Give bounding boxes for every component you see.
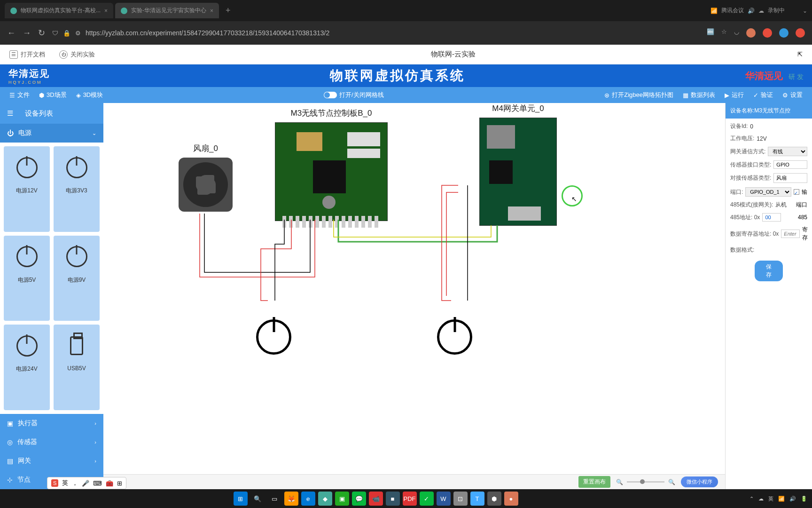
keyboard-icon[interactable]: ⌨ [93,480,102,487]
gateway-comm-select[interactable]: 有线 [768,147,807,156]
app-icon-3[interactable]: 📹 [369,492,383,506]
reg-addr-label: 数据寄存器地址: 0x [730,230,779,238]
grid-icon[interactable]: ⊞ [117,480,122,487]
open-doc-button[interactable]: ☰ 打开文档 [9,50,45,59]
reload-button[interactable]: ↻ [38,28,45,38]
new-tab-button[interactable]: + [226,6,231,16]
wechat-miniapp-badge[interactable]: 微信小程序 [681,476,718,487]
app-icon-8[interactable]: ⬢ [487,492,501,506]
sidebar-category-power[interactable]: ⏻ 电源 ⌄ [0,124,103,143]
back-button[interactable]: ← [7,28,16,38]
translate-icon[interactable]: 🔤 [707,28,714,38]
device-power-5v[interactable]: 电源5V [4,236,50,321]
app-icon-9[interactable]: ● [504,492,518,506]
zoom-out-icon[interactable]: 🔍 [616,479,623,485]
peer-sensor-value[interactable]: 风扇 [773,173,807,183]
zigbee-button[interactable]: ⊛打开Zigbee网络拓扑图 [604,91,673,99]
tray-chevron-icon[interactable]: ⌃ [750,496,754,502]
volume-icon[interactable]: 🔊 [789,496,796,502]
close-icon[interactable]: × [104,8,108,14]
power-node-1[interactable] [256,319,291,355]
3d-module-button[interactable]: ◈3D模块 [76,91,103,99]
start-button[interactable]: ⊞ [234,492,248,506]
browser-toolbar: ← → ↻ 🛡 🔒 ⚙ https://yyzlab.com.cn/experi… [0,21,812,45]
ext-icon-3[interactable] [779,28,789,38]
reset-canvas-button[interactable]: 重置画布 [578,476,610,488]
verify-button[interactable]: ✓验证 [753,91,773,99]
firefox-icon[interactable]: 🦊 [284,492,298,506]
settings-icon[interactable]: ⚙ [75,30,81,37]
canvas-area[interactable]: 风扇_0 M3无线节点控制板B_0 [103,103,725,489]
device-power-24v[interactable]: 电源24V [4,325,50,410]
grid-toggle[interactable]: 打开/关闭网格线 [324,91,384,99]
sidebar-category-sensor[interactable]: ◎传感器› [0,433,103,452]
forward-button[interactable]: → [23,28,31,38]
app-icon-1[interactable]: ◆ [318,492,332,506]
app-icon-6[interactable]: ⊡ [453,492,468,506]
sensor-type-value[interactable]: GPIO [773,160,807,169]
app-icon-5[interactable]: ✓ [420,492,434,506]
datalist-button[interactable]: ▦数据列表 [683,91,715,99]
app-icon-7[interactable]: T [470,492,484,506]
account-icon[interactable] [796,28,805,38]
addr485-input[interactable] [762,213,781,222]
url-bar[interactable]: https://yyzlab.com.cn/experiment/1584729… [86,29,329,37]
cloud-tray-icon[interactable]: ☁ [758,496,764,502]
zoom-slider[interactable] [627,481,664,483]
save-button[interactable]: 保存 [755,261,783,281]
hamburger-icon[interactable]: ☰ [7,109,13,118]
ime-toolbar[interactable]: S 英 ， 🎤 ⌨ 🧰 ⊞ [47,477,126,489]
sidebar-category-gateway[interactable]: ▤网关› [0,452,103,470]
toolbox-icon[interactable]: 🧰 [106,480,113,487]
props-header: 设备名称:M3无线节点控 [726,103,812,119]
port-select[interactable]: GPIO_OD_1 [745,187,791,197]
app-icon-4[interactable]: ■ [386,492,400,506]
device-power-9v[interactable]: 电源9V [54,236,100,321]
chevron-down-icon: ⌄ [92,130,96,136]
lock-icon[interactable]: 🔒 [63,30,70,37]
component-m4-gateway[interactable]: M4网关单元_0 [479,103,557,226]
device-power-12v[interactable]: 电源12V [4,146,50,232]
device-usb-5v[interactable]: USB5V [54,325,100,410]
ext-icon-2[interactable] [763,28,772,38]
wechat-icon[interactable]: 💬 [352,492,366,506]
settings-button[interactable]: ⚙设置 [782,91,803,99]
component-m3-board[interactable]: M3无线节点控制板B_0 [275,108,388,221]
wifi-icon[interactable]: 📶 [778,496,785,502]
ime-lang[interactable]: 英 [62,479,68,487]
ime-logo-icon: S [51,479,58,487]
bookmark-icon[interactable]: ☆ [721,28,727,38]
power-node-2[interactable] [437,319,472,355]
ext-icon-1[interactable] [746,28,756,38]
pdf-icon[interactable]: PDF [403,492,417,506]
tabs-dropdown-icon[interactable]: ⌄ [803,8,807,14]
sidebar-category-actuator[interactable]: ▣执行器› [0,414,103,433]
edge-icon[interactable]: e [301,492,315,506]
reg-addr-input[interactable] [781,230,800,238]
shield-icon[interactable]: 🛡 [52,30,58,37]
mic-icon[interactable]: 🎤 [82,480,89,487]
file-menu[interactable]: ☰文件 [9,91,30,99]
zoom-control[interactable]: 🔍 🔍 [616,479,675,485]
device-power-3v3[interactable]: 电源3V3 [54,146,100,232]
browser-tab-2[interactable]: 实验-华清远见元宇宙实验中心 × [115,3,219,18]
port-checkbox[interactable] [794,189,799,195]
app-icon-2[interactable]: ▣ [335,492,349,506]
port-label: 端口: [730,188,743,196]
browser-tab-1[interactable]: 物联网虚拟仿真实验平台-高校... × [5,3,113,18]
run-button[interactable]: ▶运行 [725,91,744,99]
search-button[interactable]: 🔍 [250,492,265,506]
mode485-value[interactable]: 从机 [775,201,787,209]
pocket-icon[interactable]: ◡ [734,28,739,38]
battery-icon[interactable]: 🔋 [801,496,807,502]
external-link-icon[interactable]: ⇱ [797,51,803,58]
zoom-in-icon[interactable]: 🔍 [668,479,675,485]
close-experiment-button[interactable]: ⏻ 关闭实验 [59,50,95,59]
ime-punct[interactable]: ， [72,479,78,487]
word-icon[interactable]: W [437,492,451,506]
task-view-button[interactable]: ▭ [267,492,281,506]
close-icon[interactable]: × [210,8,213,14]
3d-scene-button[interactable]: ⬢3D场景 [39,91,67,99]
ime-tray-icon[interactable]: 英 [768,495,773,502]
component-fan[interactable]: 风扇_0 [179,143,233,212]
